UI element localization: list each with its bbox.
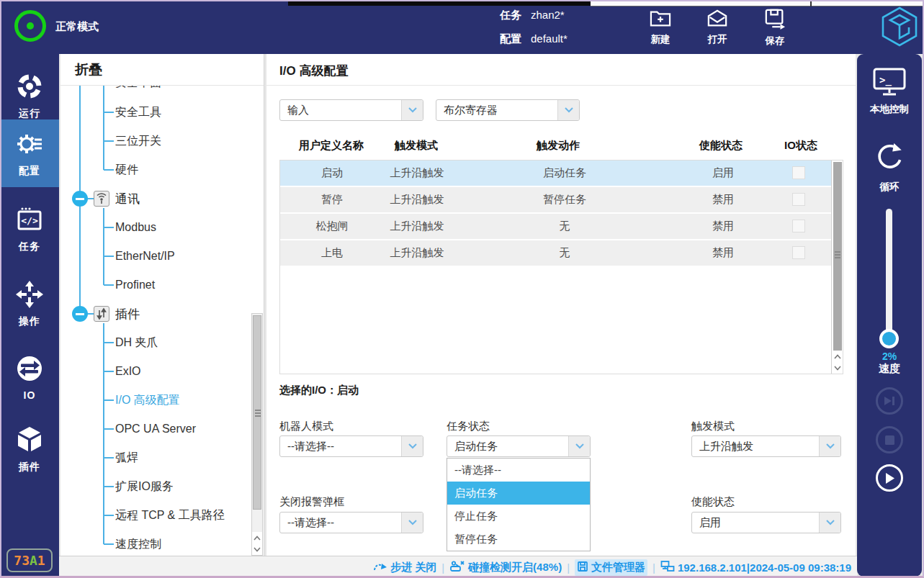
task-state-dropdown-list: --请选择-- 启动任务 停止任务 暂停任务 [447,458,591,551]
tree-line [103,86,104,170]
io-state-checkbox[interactable] [792,246,805,259]
status-code-badge[interactable]: 73A1 [6,548,53,572]
nav-item-operate[interactable]: 操作 [0,270,59,338]
network-status: 192.168.2.101|2024-05-09 09:38:19 [660,560,851,575]
tree-item-modbus[interactable]: Modbus [104,219,156,236]
table-scrollbar-thumb[interactable] [833,162,842,351]
table-row-pause[interactable]: 暂停 上升沿触发 暂停任务 禁用 [280,187,832,212]
col-header-trigger-mode: 触发模式 [395,139,438,153]
new-button[interactable]: 新建 [643,8,678,46]
table-row-release-brake[interactable]: 松抱闸 上升沿触发 无 禁用 [280,214,832,239]
task-state-select[interactable]: 启动任务 [447,435,591,457]
gear-icon [15,130,44,161]
tree-group-plugin[interactable]: 插件 [72,305,140,322]
robot-mode-label: 机器人模式 [279,420,333,433]
window-artifact-dark [288,0,591,6]
col-header-enable-state: 使能状态 [699,139,743,153]
open-button[interactable]: 打开 [700,8,735,46]
tree-item-three-position-switch[interactable]: 三位开关 [104,132,161,150]
chevron-down-icon [819,512,840,533]
scroll-up-icon[interactable] [252,532,262,543]
tree-item-exio[interactable]: ExIO [104,363,141,380]
cube-icon [15,425,44,457]
stop-button[interactable] [876,426,903,453]
tree-item-safety-tool[interactable]: 安全工具 [104,104,161,121]
new-icon [649,8,672,31]
loop-button[interactable]: 循环 [857,142,922,194]
tree-item-speed-control[interactable]: 速度控制 [104,536,161,553]
divider [266,85,856,86]
enable-state-label: 使能状态 [691,495,735,509]
io-swap-icon [15,354,44,386]
scroll-up-icon[interactable] [833,351,843,362]
option-pause-task[interactable]: 暂停任务 [447,528,590,551]
tree-item-hardware[interactable]: 硬件 [104,161,138,179]
tree-item-remote-tcp-tool-path[interactable]: 远程 TCP & 工具路径 [104,507,225,524]
tree-scrollbar-thumb[interactable] [253,315,261,510]
new-label: 新建 [651,33,670,46]
io-state-checkbox[interactable] [792,193,805,206]
collapse-minus-icon[interactable] [72,191,88,207]
option-please-select[interactable]: --请选择-- [447,459,590,482]
io-direction-select[interactable]: 输入 [279,99,423,121]
open-icon [706,8,729,31]
tree-item-extended-io-service[interactable]: 扩展IO服务 [104,478,174,495]
io-state-checkbox[interactable] [792,220,805,232]
save-button[interactable]: 保存 [758,8,792,48]
tree-item-opc-ua-server[interactable]: OPC UA Server [104,420,196,438]
nav-item-io[interactable]: IO [0,343,59,411]
speed-slider-thumb[interactable] [879,329,899,348]
nav-item-config[interactable]: 配置 [0,119,59,187]
table-row-power-on[interactable]: 上电 上升沿触发 无 禁用 [280,240,832,266]
option-start-task[interactable]: 启动任务 [447,482,590,505]
tree-item-ethernet-ip[interactable]: EtherNet/IP [104,248,175,265]
io-state-checkbox[interactable] [792,166,805,179]
play-button[interactable] [876,464,903,492]
col-header-io-state: IO状态 [784,139,817,153]
config-value: default* [531,32,568,45]
tree-item-dh-gripper[interactable]: DH 夹爪 [104,334,158,351]
collapse-minus-icon[interactable] [72,306,88,322]
tree-item-io-advanced-config[interactable]: I/O 高级配置 [104,392,180,409]
tree-item-arc-welding[interactable]: 弧焊 [104,449,138,466]
chevron-down-icon [557,100,579,120]
tree-group-communication[interactable]: 通讯 [72,190,140,207]
local-control-button[interactable]: >_ 本地控制 [857,67,922,116]
close-alarm-select[interactable]: --请选择-- [279,512,423,533]
table-row-start[interactable]: 启动 上升沿触发 启动任务 启用 [280,161,832,186]
step-mode-toggle[interactable]: 步进 关闭 [373,561,436,574]
enable-state-select[interactable]: 启用 [691,512,841,533]
svg-text:</>: </> [21,215,38,226]
option-stop-task[interactable]: 停止任务 [447,505,590,528]
trigger-mode-select[interactable]: 上升沿触发 [691,435,841,457]
tree-item-safety-plane[interactable]: 安全平面 [104,86,161,91]
tree-item-profinet[interactable]: Profinet [104,276,155,294]
tree-scroll-area: 安全平面 安全工具 三位开关 硬件 通讯 Modbus EtherNet/IP … [60,86,264,556]
speed-label: 速度 [857,362,922,376]
speed-slider-track[interactable] [886,209,892,342]
robot-mode-select[interactable]: --请选择-- [279,435,423,457]
task-name-row: 任务zhan2* [500,9,565,22]
move-arrows-icon [15,280,44,312]
nav-item-plugin[interactable]: 插件 [0,415,59,483]
network-icon [660,560,675,575]
speed-value: 2% [857,351,922,362]
collapse-header[interactable]: 折叠 [75,60,102,79]
register-type-select[interactable]: 布尔寄存器 [436,99,580,121]
nav-item-task[interactable]: </> 任务 [0,195,59,263]
scroll-down-icon[interactable] [252,543,262,555]
file-manager-button[interactable]: 文件管理器 [575,559,647,576]
collision-detection-toggle[interactable]: 碰撞检测开启(48%) [449,560,562,575]
table-scrollbar[interactable] [831,161,843,374]
config-tree-panel: 折叠 安全平面 安全工具 三位开关 硬件 通讯 Modbus EtherNet/… [60,54,264,556]
tree-scrollbar[interactable] [251,313,263,556]
window-artifact-light [591,0,924,6]
left-nav-rail: 运行 配置 </> 任务 操作 IO 插件 73A1 [0,54,59,578]
col-header-trigger-action: 触发动作 [537,139,580,153]
scroll-down-icon[interactable] [833,362,843,374]
brand-logo-icon [880,6,919,50]
selected-io-label: 选择的I/O：启动 [279,384,359,397]
svg-text:>_: >_ [879,74,892,86]
task-state-label: 任务状态 [447,420,490,433]
step-forward-button[interactable] [876,387,903,415]
